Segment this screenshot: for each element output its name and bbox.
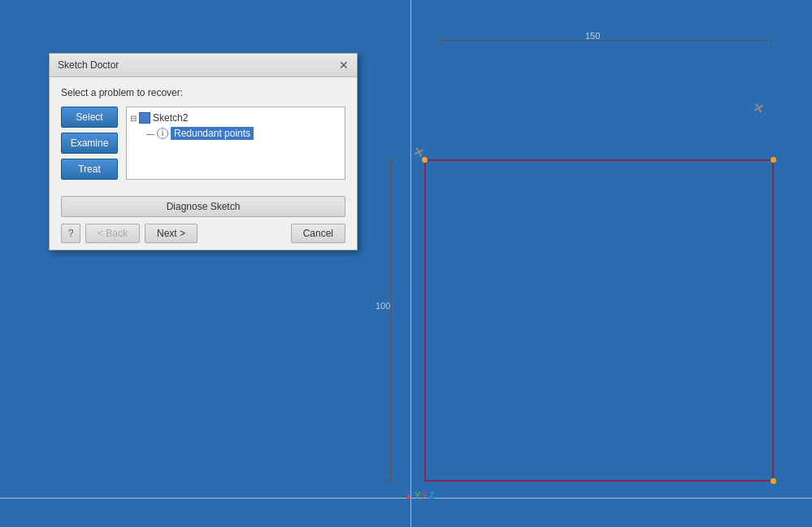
help-button[interactable]: ? — [61, 224, 80, 243]
sketch-rectangle — [424, 159, 774, 481]
next-button[interactable]: Next > — [145, 224, 198, 243]
axis-x-label: X — [422, 491, 428, 500]
navigation-row: ? < Back Next > Cancel — [61, 224, 345, 243]
axis-labels: ▲ Y X Z — [405, 490, 435, 500]
select-button[interactable]: Select — [61, 107, 118, 128]
dialog-instruction: Select a problem to recover: — [61, 87, 345, 98]
examine-button[interactable]: Examine — [61, 133, 118, 154]
sketch-doctor-dialog: Sketch Doctor ✕ Select a problem to reco… — [49, 53, 358, 250]
dimension-line-top — [441, 41, 772, 41]
cancel-button[interactable]: Cancel — [291, 224, 345, 243]
info-icon: i — [157, 128, 168, 139]
cross-marker-top-right: ✕ — [751, 100, 765, 118]
sketch-icon — [139, 112, 150, 124]
action-buttons: Select Examine Treat — [61, 107, 118, 180]
tree-child-item[interactable]: — i Redundant points — [146, 125, 341, 142]
corner-dot-bottom-right — [771, 478, 776, 484]
problem-tree[interactable]: ⊟ Sketch2 — i Redundant points — [126, 107, 345, 180]
treat-button[interactable]: Treat — [61, 159, 118, 180]
dialog-content: Select Examine Treat ⊟ Sketch2 — i Redun… — [61, 107, 345, 180]
dimension-label-150: 150 — [585, 31, 600, 41]
tree-root-item[interactable]: ⊟ Sketch2 — [130, 111, 341, 125]
dialog-bottom: Diagnose Sketch ? < Back Next > Cancel — [50, 189, 357, 250]
tree-root-label: Sketch2 — [153, 112, 188, 124]
dimension-line-left — [390, 159, 391, 481]
dialog-titlebar: Sketch Doctor ✕ — [50, 54, 357, 77]
diagnose-button[interactable]: Diagnose Sketch — [61, 196, 345, 217]
axis-z-label: Z — [429, 490, 435, 500]
corner-dot-top-left — [422, 157, 428, 163]
dialog-title: Sketch Doctor — [58, 59, 119, 71]
tree-child-expand: — — [146, 129, 154, 138]
vertical-axis — [410, 0, 411, 527]
tree-child-label: Redundant points — [171, 127, 254, 140]
corner-dot-top-right — [771, 157, 776, 163]
close-icon[interactable]: ✕ — [339, 59, 349, 72]
dimension-label-100: 100 — [376, 301, 390, 311]
axis-x-arrow: ▲ — [405, 491, 413, 500]
tree-expand-icon: ⊟ — [130, 114, 137, 123]
back-button[interactable]: < Back — [85, 224, 140, 243]
axis-y-label: Y — [415, 490, 420, 500]
dialog-body: Select a problem to recover: Select Exam… — [50, 77, 357, 189]
